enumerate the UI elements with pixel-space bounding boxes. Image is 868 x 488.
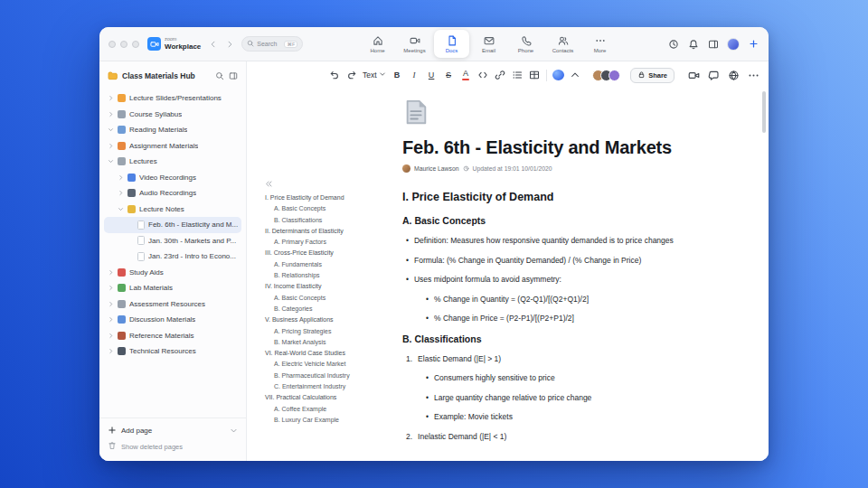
sidebar-item-jan-23rd-intro-to-econo[interactable]: Jan. 23rd - Intro to Econo... — [104, 249, 241, 265]
nav-forward-button[interactable] — [223, 37, 235, 52]
chevron-right-icon[interactable] — [107, 143, 114, 149]
doc-bullet-item[interactable]: •Definition: Measures how responsive qua… — [402, 236, 719, 245]
bold-button[interactable]: B — [392, 68, 403, 82]
sidebar-item-lecture-notes[interactable]: Lecture Notes — [104, 202, 241, 218]
outline-item[interactable]: II. Determinants of Elasticity — [265, 226, 401, 237]
ai-companion-icon[interactable] — [552, 70, 564, 80]
panel-icon[interactable] — [707, 37, 719, 52]
outline-item[interactable]: A. Coffee Example — [265, 404, 401, 415]
chevron-right-icon[interactable] — [107, 269, 114, 276]
chevron-right-icon[interactable] — [117, 190, 124, 196]
chevron-right-icon[interactable] — [107, 95, 114, 101]
doc-bullet-item[interactable]: •Formula: (% Change in Quantity Demanded… — [402, 256, 719, 265]
collapse-toolbar-icon[interactable] — [570, 68, 581, 82]
chevron-down-icon[interactable] — [117, 206, 124, 212]
outline-item[interactable]: A. Fundamentals — [265, 259, 401, 270]
collaborator-avatars[interactable] — [592, 70, 620, 81]
page-title[interactable]: Feb. 6th - Elasticity and Markets — [402, 137, 746, 158]
sidebar-search-icon[interactable] — [215, 68, 224, 84]
text-style-dropdown[interactable]: Text — [363, 68, 386, 82]
undo-icon[interactable] — [328, 68, 340, 82]
chevron-right-icon[interactable] — [107, 333, 114, 339]
tab-phone[interactable]: Phone — [508, 30, 543, 58]
outline-item[interactable]: VI. Real-World Case Studies — [265, 348, 401, 359]
chevron-right-icon[interactable] — [117, 174, 124, 181]
outline-item[interactable]: C. Entertainment Industry — [265, 381, 401, 392]
user-avatar[interactable] — [727, 38, 740, 51]
tab-email[interactable]: Email — [471, 30, 506, 58]
italic-button[interactable]: I — [409, 68, 420, 82]
underline-button[interactable]: U — [426, 68, 438, 82]
outline-item[interactable]: I. Price Elasticity of Demand — [265, 192, 401, 203]
outline-item[interactable]: B. Luxury Car Example — [265, 415, 401, 426]
sidebar-panel-icon[interactable] — [229, 68, 238, 84]
outline-item[interactable]: V. Business Applications — [265, 314, 401, 325]
window-controls[interactable] — [108, 41, 139, 48]
new-plus-button[interactable] — [748, 37, 760, 52]
outline-item[interactable]: A. Pricing Strategies — [265, 326, 401, 337]
collapse-outline-icon[interactable] — [265, 180, 401, 188]
chevron-down-icon[interactable] — [107, 127, 114, 133]
tab-docs[interactable]: Docs — [434, 30, 469, 58]
doc-bullet-item[interactable]: •Consumers highly sensitive to price — [402, 373, 719, 382]
search-input[interactable]: Search ⌘F — [241, 36, 303, 52]
strikethrough-button[interactable]: S — [443, 68, 455, 82]
outline-item[interactable]: IV. Income Elasticity — [265, 281, 401, 292]
nav-back-button[interactable] — [207, 37, 219, 52]
link-icon[interactable] — [495, 68, 506, 82]
outline-item[interactable]: III. Cross-Price Elasticity — [265, 248, 401, 258]
sidebar-item-lecture-slides-presentations[interactable]: Lecture Slides/Presentations — [104, 90, 241, 107]
share-button[interactable]: Share — [630, 68, 675, 83]
document-scroll-area[interactable]: I. Price Elasticity of DemandA. Basic Co… — [247, 86, 769, 461]
doc-subheading[interactable]: B. Classifications — [402, 333, 719, 344]
chevron-down-icon[interactable] — [230, 427, 238, 435]
doc-subheading[interactable]: A. Basic Concepts — [402, 215, 719, 226]
code-icon[interactable] — [477, 68, 489, 82]
document-content[interactable]: I. Price Elasticity of DemandA. Basic Co… — [402, 191, 719, 451]
sidebar-item-study-aids[interactable]: Study Aids — [104, 265, 241, 281]
chevron-right-icon[interactable] — [107, 111, 114, 117]
outline-item[interactable]: A. Primary Factors — [265, 237, 401, 248]
doc-heading[interactable]: I. Price Elasticity of Demand — [402, 191, 719, 203]
chevron-right-icon[interactable] — [107, 285, 114, 291]
sidebar-item-video-recordings[interactable]: Video Recordings — [104, 170, 241, 186]
sidebar-item-reference-materials[interactable]: Reference Materials — [104, 328, 241, 344]
scrollbar[interactable] — [762, 91, 766, 133]
comment-icon[interactable] — [708, 68, 720, 82]
video-camera-icon[interactable] — [688, 68, 700, 82]
redo-icon[interactable] — [345, 68, 357, 82]
outline-item[interactable]: VII. Practical Calculations — [265, 392, 401, 403]
tab-more[interactable]: More — [582, 30, 618, 58]
bell-icon[interactable] — [687, 37, 699, 52]
outline-item[interactable]: B. Relationships — [265, 270, 401, 281]
outline-item[interactable]: B. Market Analysis — [265, 337, 401, 348]
doc-bullet-item[interactable]: •Uses midpoint formula to avoid asymmetr… — [402, 275, 719, 284]
outline-item[interactable]: A. Electric Vehicle Market — [265, 359, 401, 370]
sidebar-item-course-syllabus[interactable]: Course Syllabus — [104, 107, 241, 123]
tab-meetings[interactable]: Meetings — [397, 30, 432, 58]
chevron-down-icon[interactable] — [107, 158, 114, 164]
outline-item[interactable]: B. Pharmaceutical Industry — [265, 371, 401, 381]
sidebar-item-assignment-materials[interactable]: Assignment Materials — [104, 138, 241, 155]
show-deleted-pages-button[interactable]: Show deleted pages — [108, 439, 238, 454]
language-icon[interactable] — [728, 68, 740, 82]
doc-bullet-item[interactable]: •Large quantity change relative to price… — [402, 393, 719, 402]
sidebar-item-jan-30th-markets-and-p[interactable]: Jan. 30th - Markets and P... — [104, 233, 241, 249]
tab-home[interactable]: Home — [360, 30, 395, 58]
sidebar-item-assessment-resources[interactable]: Assessment Resources — [104, 296, 241, 313]
tab-contacts[interactable]: Contacts — [545, 30, 580, 58]
zoom-window-button[interactable] — [132, 41, 139, 48]
sidebar-item-lectures[interactable]: Lectures — [104, 154, 241, 170]
sidebar-item-reading-materials[interactable]: Reading Materials — [104, 122, 241, 138]
sidebar-item-audio-recordings[interactable]: Audio Recordings — [104, 185, 241, 202]
bullet-list-icon[interactable] — [512, 68, 524, 82]
minimize-window-button[interactable] — [120, 41, 127, 48]
doc-numbered-item[interactable]: 2.Inelastic Demand (|E| < 1) — [402, 432, 719, 441]
add-page-button[interactable]: Add page — [108, 422, 238, 439]
sidebar-item-discussion-materials[interactable]: Discussion Materials — [104, 312, 241, 328]
text-color-button[interactable]: A — [460, 68, 472, 82]
close-window-button[interactable] — [108, 41, 116, 48]
sidebar-item-feb-6th-elasticity-and-m[interactable]: Feb. 6th - Elasticity and M... — [104, 217, 241, 233]
doc-numbered-item[interactable]: 1.Elastic Demand (|E| > 1) — [402, 354, 719, 363]
outline-item[interactable]: A. Basic Concepts — [265, 293, 401, 304]
